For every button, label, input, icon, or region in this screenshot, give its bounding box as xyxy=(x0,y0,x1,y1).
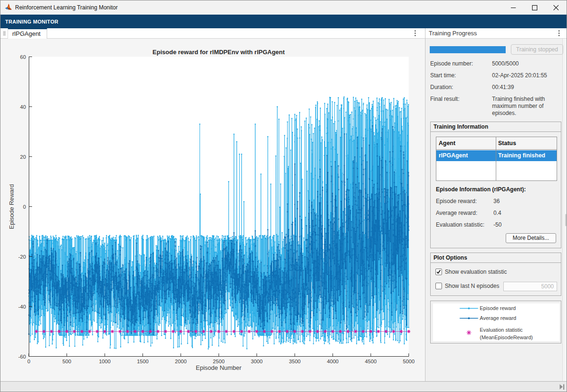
svg-text:1000: 1000 xyxy=(99,359,111,364)
svg-text:0: 0 xyxy=(23,204,26,210)
svg-text:Episode reward for rlMDPEnv wi: Episode reward for rlMDPEnv with rlPGAge… xyxy=(152,49,285,56)
svg-text:5000: 5000 xyxy=(403,359,415,364)
svg-text:-40: -40 xyxy=(18,304,26,310)
svg-text:1500: 1500 xyxy=(137,359,149,364)
svg-text:0: 0 xyxy=(27,359,30,364)
svg-text:Episode Reward: Episode Reward xyxy=(8,184,15,229)
svg-text:4500: 4500 xyxy=(365,359,377,364)
svg-text:2500: 2500 xyxy=(213,359,225,364)
svg-text:-20: -20 xyxy=(18,254,26,260)
svg-text:20: 20 xyxy=(20,154,26,160)
svg-text:4000: 4000 xyxy=(327,359,339,364)
svg-text:40: 40 xyxy=(20,104,26,110)
svg-text:Episode Number: Episode Number xyxy=(196,364,242,371)
svg-text:3500: 3500 xyxy=(289,359,300,364)
svg-text:60: 60 xyxy=(20,54,26,60)
svg-text:-60: -60 xyxy=(18,354,26,359)
svg-text:2000: 2000 xyxy=(175,359,187,364)
svg-text:500: 500 xyxy=(62,359,71,364)
svg-text:3000: 3000 xyxy=(251,359,263,364)
